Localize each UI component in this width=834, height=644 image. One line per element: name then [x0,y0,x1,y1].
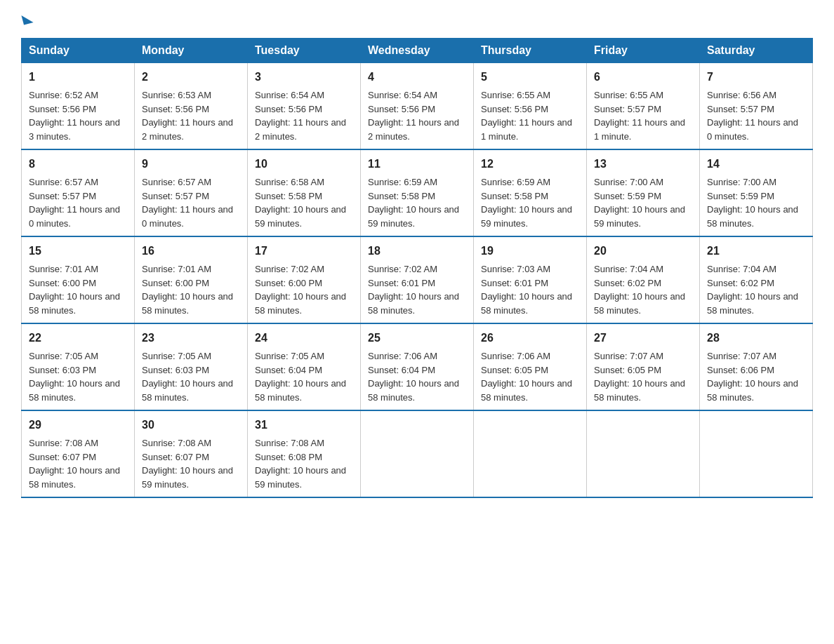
calendar-cell: 5 Sunrise: 6:55 AMSunset: 5:56 PMDayligh… [474,63,587,150]
day-info: Sunrise: 6:59 AMSunset: 5:58 PMDaylight:… [368,177,459,229]
calendar-cell: 12 Sunrise: 6:59 AMSunset: 5:58 PMDaylig… [474,149,587,236]
calendar-week-row: 22 Sunrise: 7:05 AMSunset: 6:03 PMDaylig… [22,323,813,410]
day-number: 19 [481,243,579,260]
day-number: 10 [255,156,353,173]
day-number: 22 [29,330,127,347]
day-info: Sunrise: 7:07 AMSunset: 6:06 PMDaylight:… [707,351,798,403]
logo-arrow-icon [21,13,33,25]
calendar-cell: 21 Sunrise: 7:04 AMSunset: 6:02 PMDaylig… [700,236,813,323]
calendar-cell [474,410,587,497]
day-number: 18 [368,243,466,260]
day-number: 24 [255,330,353,347]
day-number: 14 [707,156,805,173]
day-info: Sunrise: 7:06 AMSunset: 6:05 PMDaylight:… [481,351,572,403]
day-number: 7 [707,69,805,86]
day-number: 1 [29,69,127,86]
day-number: 15 [29,243,127,260]
calendar-cell: 19 Sunrise: 7:03 AMSunset: 6:01 PMDaylig… [474,236,587,323]
column-header-thursday: Thursday [474,39,587,63]
column-header-monday: Monday [135,39,248,63]
day-info: Sunrise: 6:58 AMSunset: 5:58 PMDaylight:… [255,177,346,229]
day-number: 20 [594,243,692,260]
calendar-cell: 8 Sunrise: 6:57 AMSunset: 5:57 PMDayligh… [22,149,135,236]
calendar-cell [361,410,474,497]
calendar-cell: 15 Sunrise: 7:01 AMSunset: 6:00 PMDaylig… [22,236,135,323]
day-info: Sunrise: 6:57 AMSunset: 5:57 PMDaylight:… [29,177,120,229]
calendar-cell: 14 Sunrise: 7:00 AMSunset: 5:59 PMDaylig… [700,149,813,236]
day-number: 16 [142,243,240,260]
calendar-cell: 27 Sunrise: 7:07 AMSunset: 6:05 PMDaylig… [587,323,700,410]
calendar-cell: 20 Sunrise: 7:04 AMSunset: 6:02 PMDaylig… [587,236,700,323]
day-info: Sunrise: 6:53 AMSunset: 5:56 PMDaylight:… [142,90,233,142]
day-info: Sunrise: 6:55 AMSunset: 5:57 PMDaylight:… [594,90,685,142]
day-number: 2 [142,69,240,86]
page-header [21,14,813,24]
day-number: 5 [481,69,579,86]
day-number: 4 [368,69,466,86]
calendar-cell: 9 Sunrise: 6:57 AMSunset: 5:57 PMDayligh… [135,149,248,236]
day-number: 26 [481,330,579,347]
day-info: Sunrise: 7:04 AMSunset: 6:02 PMDaylight:… [707,264,798,316]
calendar-cell: 17 Sunrise: 7:02 AMSunset: 6:00 PMDaylig… [248,236,361,323]
calendar-cell: 31 Sunrise: 7:08 AMSunset: 6:08 PMDaylig… [248,410,361,497]
calendar-week-row: 1 Sunrise: 6:52 AMSunset: 5:56 PMDayligh… [22,63,813,150]
logo [21,14,34,24]
calendar-week-row: 8 Sunrise: 6:57 AMSunset: 5:57 PMDayligh… [22,149,813,236]
day-info: Sunrise: 7:06 AMSunset: 6:04 PMDaylight:… [368,351,459,403]
calendar-cell [587,410,700,497]
day-number: 23 [142,330,240,347]
calendar-cell: 1 Sunrise: 6:52 AMSunset: 5:56 PMDayligh… [22,63,135,150]
day-info: Sunrise: 6:57 AMSunset: 5:57 PMDaylight:… [142,177,233,229]
calendar-cell: 3 Sunrise: 6:54 AMSunset: 5:56 PMDayligh… [248,63,361,150]
calendar-cell: 18 Sunrise: 7:02 AMSunset: 6:01 PMDaylig… [361,236,474,323]
day-number: 6 [594,69,692,86]
day-info: Sunrise: 7:00 AMSunset: 5:59 PMDaylight:… [594,177,685,229]
day-info: Sunrise: 6:54 AMSunset: 5:56 PMDaylight:… [255,90,346,142]
calendar-cell: 10 Sunrise: 6:58 AMSunset: 5:58 PMDaylig… [248,149,361,236]
day-number: 27 [594,330,692,347]
calendar-cell: 29 Sunrise: 7:08 AMSunset: 6:07 PMDaylig… [22,410,135,497]
calendar-cell: 11 Sunrise: 6:59 AMSunset: 5:58 PMDaylig… [361,149,474,236]
day-number: 13 [594,156,692,173]
day-number: 31 [255,417,353,434]
calendar-cell: 22 Sunrise: 7:05 AMSunset: 6:03 PMDaylig… [22,323,135,410]
calendar-cell: 4 Sunrise: 6:54 AMSunset: 5:56 PMDayligh… [361,63,474,150]
day-number: 28 [707,330,805,347]
day-number: 11 [368,156,466,173]
day-info: Sunrise: 6:56 AMSunset: 5:57 PMDaylight:… [707,90,798,142]
day-info: Sunrise: 7:08 AMSunset: 6:07 PMDaylight:… [29,438,120,490]
day-info: Sunrise: 7:01 AMSunset: 6:00 PMDaylight:… [29,264,120,316]
column-header-tuesday: Tuesday [248,39,361,63]
day-info: Sunrise: 6:54 AMSunset: 5:56 PMDaylight:… [368,90,459,142]
column-header-sunday: Sunday [22,39,135,63]
day-number: 8 [29,156,127,173]
day-number: 29 [29,417,127,434]
column-header-saturday: Saturday [700,39,813,63]
calendar-table: SundayMondayTuesdayWednesdayThursdayFrid… [21,38,813,498]
calendar-cell: 26 Sunrise: 7:06 AMSunset: 6:05 PMDaylig… [474,323,587,410]
day-info: Sunrise: 7:02 AMSunset: 6:00 PMDaylight:… [255,264,346,316]
calendar-week-row: 29 Sunrise: 7:08 AMSunset: 6:07 PMDaylig… [22,410,813,497]
calendar-cell: 24 Sunrise: 7:05 AMSunset: 6:04 PMDaylig… [248,323,361,410]
day-info: Sunrise: 7:01 AMSunset: 6:00 PMDaylight:… [142,264,233,316]
calendar-cell: 25 Sunrise: 7:06 AMSunset: 6:04 PMDaylig… [361,323,474,410]
calendar-cell: 13 Sunrise: 7:00 AMSunset: 5:59 PMDaylig… [587,149,700,236]
calendar-cell: 7 Sunrise: 6:56 AMSunset: 5:57 PMDayligh… [700,63,813,150]
day-number: 25 [368,330,466,347]
calendar-cell: 16 Sunrise: 7:01 AMSunset: 6:00 PMDaylig… [135,236,248,323]
day-number: 12 [481,156,579,173]
day-number: 3 [255,69,353,86]
day-info: Sunrise: 7:02 AMSunset: 6:01 PMDaylight:… [368,264,459,316]
day-info: Sunrise: 7:08 AMSunset: 6:07 PMDaylight:… [142,438,233,490]
day-info: Sunrise: 7:03 AMSunset: 6:01 PMDaylight:… [481,264,572,316]
calendar-body: 1 Sunrise: 6:52 AMSunset: 5:56 PMDayligh… [22,63,813,498]
day-number: 30 [142,417,240,434]
day-info: Sunrise: 7:04 AMSunset: 6:02 PMDaylight:… [594,264,685,316]
day-number: 17 [255,243,353,260]
day-info: Sunrise: 6:55 AMSunset: 5:56 PMDaylight:… [481,90,572,142]
calendar-week-row: 15 Sunrise: 7:01 AMSunset: 6:00 PMDaylig… [22,236,813,323]
day-info: Sunrise: 7:07 AMSunset: 6:05 PMDaylight:… [594,351,685,403]
day-number: 21 [707,243,805,260]
calendar-cell: 23 Sunrise: 7:05 AMSunset: 6:03 PMDaylig… [135,323,248,410]
calendar-cell: 2 Sunrise: 6:53 AMSunset: 5:56 PMDayligh… [135,63,248,150]
